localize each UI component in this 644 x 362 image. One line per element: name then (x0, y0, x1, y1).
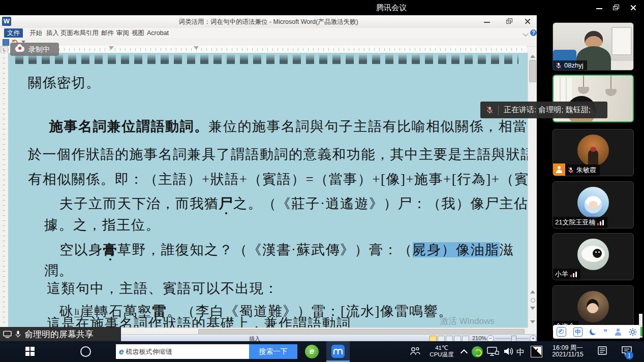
network-display-icon[interactable] (487, 347, 499, 356)
word-restore-icon[interactable] (506, 18, 513, 25)
doc-text: 關係密切。 (28, 75, 101, 90)
indent-marker[interactable] (194, 46, 199, 50)
clipped-text-row (15, 54, 518, 64)
save-icon[interactable] (3, 39, 9, 46)
ie-icon: e (119, 347, 124, 357)
participant-avatar (577, 187, 609, 218)
task-view-icon[interactable] (597, 346, 607, 356)
people-tray-icon[interactable] (410, 346, 421, 356)
doc-text: 空以身 (59, 242, 103, 257)
word-menubar: 文件 开始 插入 页面布局 引用 邮件 审阅 视图 Acrobat ? (0, 28, 537, 38)
tab-acrobat[interactable]: Acrobat (144, 28, 172, 38)
clock-widget[interactable]: 16:09 周一 2021/11/15 (545, 345, 591, 358)
doc-text: 這是在施事名詞作狀語的基礎上，兼作謂語動詞 (47, 316, 351, 327)
doc-text-emphasis: 膏 (103, 242, 118, 257)
scroll-down-icon[interactable] (530, 320, 535, 323)
doc-paragraph: 這是在施事名詞作狀語的基礎上，兼作謂語動詞 (47, 316, 351, 327)
participant-face (585, 31, 603, 48)
mic-muted-icon (567, 167, 574, 174)
ime-settings-gear-icon[interactable] (629, 328, 637, 336)
speaker-icon[interactable] (503, 347, 514, 356)
search-button[interactable]: 搜索一下 (249, 344, 297, 359)
speaking-tooltip-text: 正在讲话: 俞理明; 魏钰甜; (504, 105, 591, 115)
indent-marker[interactable] (109, 46, 114, 50)
mic-icon (15, 330, 21, 338)
participant-avatar (577, 239, 609, 270)
previous-page-icon[interactable] (530, 290, 535, 293)
tray-expand-chevron-icon[interactable] (461, 349, 468, 356)
doc-text: 草野，誰復知之？（《漢書·蘇武傳》）膏：（ (117, 242, 413, 257)
avatar-face (589, 201, 598, 209)
participant-tile[interactable]: 21文院王亚楠 (553, 181, 634, 228)
screen-share-label: 俞理明的屏幕共享 (24, 328, 94, 340)
participant-tile[interactable]: 小羊 (553, 233, 634, 280)
next-page-icon[interactable] (530, 307, 535, 310)
word-close-icon[interactable] (524, 18, 531, 25)
tab-stop-selector[interactable]: L (1, 46, 8, 53)
ime-skin-person-icon[interactable] (615, 328, 622, 336)
input-method-indicator[interactable]: 中 (516, 347, 525, 358)
word-titlebar: W 词类活用：词在句中的语法兼位 - Microsoft Word(产品激活失败… (0, 15, 537, 28)
start-button[interactable] (25, 347, 35, 356)
doc-text: 這類句中，主語、賓語可以不出現： (47, 281, 279, 296)
network-signal-icon (597, 219, 604, 225)
notification-count-badge[interactable]: 1 (625, 351, 633, 359)
clock-tray-icon[interactable] (531, 346, 542, 357)
pendant-lamp (605, 89, 617, 96)
word-minimize-icon[interactable] (483, 18, 490, 25)
ime-toolbar: 中 ” (553, 325, 640, 339)
participant-label: 朱敏霞 (565, 164, 600, 176)
ime-punctuation-icon[interactable]: ” (603, 330, 607, 335)
ime-chinese-icon[interactable]: 中 (573, 327, 582, 337)
vertical-scrollbar[interactable] (528, 53, 537, 327)
participant-name: 小羊 (555, 270, 568, 279)
minimize-icon[interactable] (596, 4, 603, 11)
activate-windows-watermark: 激活 Windows (440, 315, 495, 327)
doc-paragraph: 據。之，指王位。 (44, 217, 160, 233)
scrollbar-thumb[interactable] (529, 60, 536, 82)
word-title: 词类活用：词在句中的语法兼位 - Microsoft Word(产品激活失败) (178, 18, 358, 26)
participant-tile[interactable]: 08zhyj (553, 22, 634, 71)
vertical-ruler[interactable] (0, 53, 9, 327)
meeting-app-active-slot[interactable] (326, 341, 350, 362)
browser-icon[interactable]: e (305, 345, 319, 358)
video-window (611, 27, 632, 55)
doc-text-selection: 屍身）像油脂 (413, 242, 500, 257)
meeting-titlebar: 腾讯会议 (0, 0, 644, 15)
doc-text-emphasis: 尸 (219, 196, 234, 211)
recording-cloud-icon (15, 46, 24, 52)
taskbar-search[interactable]: e 搜索一下 (116, 344, 297, 359)
horizontal-ruler[interactable] (8, 46, 527, 53)
tab-file[interactable]: 文件 (4, 28, 23, 38)
collapse-ribbon-icon[interactable] (523, 30, 528, 36)
meeting-logo (331, 345, 345, 358)
doc-paragraph: 關係密切。 (28, 75, 101, 90)
participant-tile[interactable]: 朱敏霞 (553, 129, 634, 176)
word-logo-icon: W (2, 17, 11, 26)
ime-mode-icon[interactable] (557, 327, 566, 337)
screen-share-icon (3, 331, 12, 338)
select-browse-object-icon[interactable] (531, 298, 535, 303)
lamp-cord (610, 76, 611, 89)
participant-avatar (577, 135, 609, 166)
tencent-meeting-icon[interactable] (331, 345, 345, 358)
search-input[interactable] (124, 348, 249, 355)
scroll-up-icon[interactable] (530, 55, 535, 58)
recording-label: 录制中 (28, 45, 50, 54)
tab-home[interactable]: 开始 (26, 28, 45, 38)
zoom-level[interactable]: 210% (472, 335, 486, 341)
cortana-icon[interactable] (80, 346, 91, 357)
word-window: W 词类活用：词在句中的语法兼位 - Microsoft Word(产品激活失败… (0, 15, 537, 341)
ime-halfwidth-moon-icon[interactable] (589, 328, 597, 336)
close-icon[interactable] (630, 4, 637, 11)
ruler-ticks (8, 48, 527, 51)
antivirus-tray-icon[interactable] (472, 346, 483, 357)
cpu-temp-widget[interactable]: 41℃ CPU温度 (426, 345, 457, 358)
help-icon[interactable]: ? (530, 29, 537, 36)
doc-paragraph: 有相似關係。即：（主語）+狀語+（賓語）=（當事）+[像]+施事+[行為]+（賓… (28, 172, 528, 187)
recording-badge: 录制中 (10, 43, 59, 56)
network-signal-icon (570, 271, 577, 277)
taskbar: e 搜索一下 e 41℃ CPU温度 (0, 341, 644, 362)
restore-icon[interactable] (612, 4, 620, 11)
document-page[interactable]: 關係密切。 施事名詞兼位謂語動詞。兼位的施事名詞與句子主語有比喻相似關係，相當 … (8, 53, 528, 327)
